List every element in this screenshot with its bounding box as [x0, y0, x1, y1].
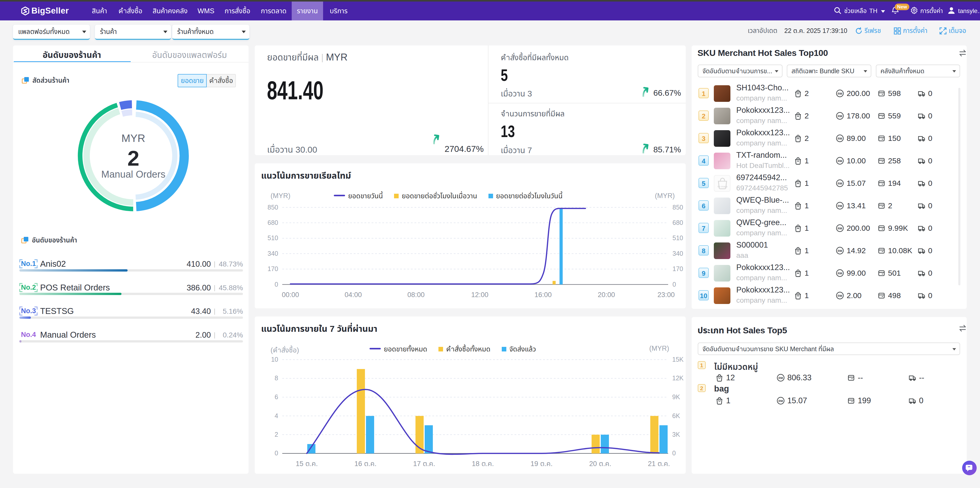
svg-text:17 ต.ค.: 17 ต.ค.: [413, 460, 435, 467]
svg-text:340: 340: [267, 250, 278, 257]
svg-text:RM: RM: [838, 182, 842, 185]
svg-text:04:00: 04:00: [345, 291, 362, 299]
svg-text:15 ต.ค.: 15 ต.ค.: [296, 460, 318, 467]
svg-text:RM: RM: [838, 159, 842, 162]
svg-text:510: 510: [267, 234, 278, 242]
svg-text:RM: RM: [838, 227, 842, 230]
svg-text:340: 340: [673, 250, 683, 257]
svg-text:9K: 9K: [672, 393, 680, 401]
svg-text:RM: RM: [838, 250, 842, 253]
svg-text:21 ต.ค.: 21 ต.ค.: [648, 460, 670, 467]
svg-text:850: 850: [267, 203, 278, 211]
svg-text:0: 0: [275, 281, 278, 288]
svg-text:No Image: No Image: [718, 185, 728, 188]
svg-text:12K: 12K: [672, 374, 684, 381]
svg-text:170: 170: [267, 265, 278, 272]
svg-text:23:00: 23:00: [657, 291, 675, 299]
svg-text:RM: RM: [838, 114, 842, 118]
svg-text:20:00: 20:00: [598, 291, 615, 299]
svg-text:850: 850: [673, 203, 683, 211]
svg-text:6: 6: [275, 393, 278, 401]
svg-text:RM: RM: [838, 272, 842, 275]
svg-text:15K: 15K: [672, 356, 684, 363]
svg-text:170: 170: [673, 265, 683, 272]
svg-text:6K: 6K: [672, 412, 680, 419]
svg-text:12:00: 12:00: [471, 291, 488, 299]
svg-text:0: 0: [673, 281, 676, 288]
svg-text:08:00: 08:00: [407, 291, 425, 299]
svg-text:RM: RM: [838, 137, 842, 140]
svg-text:18 ต.ค.: 18 ต.ค.: [472, 460, 494, 467]
svg-text:0: 0: [672, 450, 676, 456]
svg-text:680: 680: [673, 219, 683, 226]
svg-text:16:00: 16:00: [535, 291, 552, 299]
svg-text:RM: RM: [778, 377, 783, 380]
svg-text:0: 0: [275, 450, 278, 456]
svg-text:8: 8: [275, 374, 278, 381]
svg-text:RM: RM: [838, 92, 842, 95]
svg-text:00:00: 00:00: [282, 291, 299, 299]
svg-text:3K: 3K: [672, 431, 680, 438]
svg-text:10: 10: [271, 356, 278, 363]
svg-text:RM: RM: [838, 294, 842, 297]
svg-text:RM: RM: [778, 399, 783, 402]
svg-text:4: 4: [275, 412, 278, 419]
svg-text:2: 2: [275, 431, 278, 438]
svg-text:680: 680: [267, 219, 278, 226]
svg-text:20 ต.ค.: 20 ต.ค.: [589, 460, 611, 467]
svg-text:16 ต.ค.: 16 ต.ค.: [355, 460, 376, 467]
svg-text:RM: RM: [838, 204, 842, 208]
svg-text:19 ต.ค.: 19 ต.ค.: [531, 460, 552, 467]
svg-text:510: 510: [673, 234, 683, 242]
